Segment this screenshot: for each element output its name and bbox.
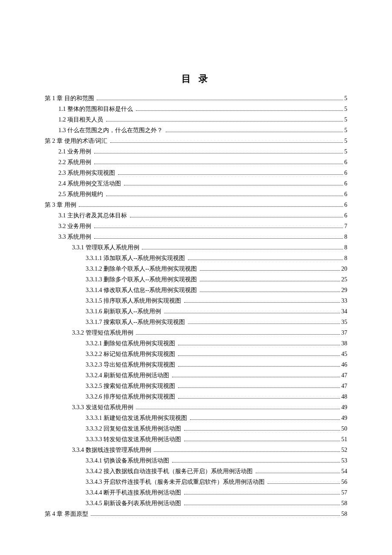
toc-entry-page: 20 xyxy=(341,263,347,274)
toc-entry-label: 3.3.1.3 删除多个联系人--系统用例实现视图 xyxy=(86,274,199,285)
document-page: 目 录 第 1 章 目的和范围 51.1 整体的范围和目标是什么 51.2 项目… xyxy=(0,0,392,545)
toc-leader-dots xyxy=(184,441,340,441)
toc-entry-label: 3.3.3.1 新建短信发送系统用例实现视图 xyxy=(86,413,189,423)
toc-leader-dots xyxy=(178,356,340,356)
toc-entry-page: 5 xyxy=(344,93,347,104)
toc-entry-page: 58 xyxy=(341,498,347,509)
toc-entry[interactable]: 3.3.3 发送短信系统用例 49 xyxy=(45,402,347,413)
toc-entry[interactable]: 3.3.1.2 删除单个联系人--系统用例实现视图 20 xyxy=(45,263,347,274)
toc-entry-label: 第 2 章 使用的术语/词汇 xyxy=(45,136,109,146)
toc-entry-label: 3.3.3 发送短信系统用例 xyxy=(72,402,135,413)
toc-entry[interactable]: 3.3.4.5 刷新设备列表系统用例活动图 58 xyxy=(45,498,347,509)
toc-entry-page: 49 xyxy=(341,402,347,413)
toc-entry[interactable]: 第 2 章 使用的术语/词汇 5 xyxy=(45,136,347,146)
toc-leader-dots xyxy=(130,217,343,217)
toc-leader-dots xyxy=(178,398,340,399)
toc-entry[interactable]: 3.3.2.3 导出短信系统用例实现视图 46 xyxy=(45,359,347,370)
toc-leader-dots xyxy=(184,505,340,505)
toc-entry[interactable]: 2.3 系统用例实现视图 6 xyxy=(45,168,347,178)
toc-entry-page: 50 xyxy=(341,423,347,434)
toc-leader-dots xyxy=(91,515,340,516)
toc-leader-dots xyxy=(190,419,340,420)
toc-entry[interactable]: 1.3 什么在范围之内，什么在范围之外？ 5 xyxy=(45,125,347,136)
toc-entry[interactable]: 3.2 业务用例 7 xyxy=(45,221,347,231)
toc-leader-dots xyxy=(200,281,340,281)
toc-entry-label: 3.3.4 数据线连接管理系统用例 xyxy=(72,445,153,455)
toc-entry[interactable]: 3.3.2.2 标记短信系统用例实现视图 45 xyxy=(45,349,347,359)
toc-entry[interactable]: 1.2 项目相关人员 5 xyxy=(45,114,347,125)
toc-entry[interactable]: 3.3.1.1 添加联系人--系统用例实现视图 8 xyxy=(45,253,347,263)
toc-entry-label: 3.3.1.4 修改联系人信息--系统用例实现视图 xyxy=(86,285,199,295)
toc-entry[interactable]: 3.3.1.6 刷新联系人--系统用例 34 xyxy=(45,306,347,317)
toc-entry[interactable]: 第 3 章 用例 6 xyxy=(45,199,347,210)
toc-leader-dots xyxy=(164,313,340,313)
toc-leader-dots xyxy=(172,462,340,462)
toc-entry-label: 3.3.2.4 刷新短信系统用例活动图 xyxy=(86,370,171,381)
toc-entry[interactable]: 3.3.1.4 修改联系人信息--系统用例实现视图 29 xyxy=(45,285,347,295)
toc-entry[interactable]: 3.3.2.1 删除短信系统用例实现视图 38 xyxy=(45,338,347,349)
toc-leader-dots xyxy=(136,110,343,111)
toc-entry[interactable]: 第 1 章 目的和范围 5 xyxy=(45,93,347,104)
toc-entry[interactable]: 3.1 主执行者及其总体目标 6 xyxy=(45,210,347,221)
toc-entry[interactable]: 3.3.4 数据线连接管理系统用例 52 xyxy=(45,445,347,455)
toc-entry-page: 6 xyxy=(344,168,347,178)
toc-entry[interactable]: 3.3.1.3 删除多个联系人--系统用例实现视图 25 xyxy=(45,274,347,285)
toc-entry[interactable]: 3.3.3.2 回复短信发送系统用例活动图 50 xyxy=(45,423,347,434)
toc-entry-label: 1.3 什么在范围之内，什么在范围之外？ xyxy=(58,125,164,136)
toc-entry-page: 5 xyxy=(344,146,347,157)
toc-entry[interactable]: 3.3.4.3 开启软件连接手机（服务未开启或重启软件）系统用例活动图 56 xyxy=(45,477,347,487)
toc-leader-dots xyxy=(154,451,340,452)
toc-entry-label: 3.3.4.5 刷新设备列表系统用例活动图 xyxy=(86,498,183,509)
toc-entry-label: 第 4 章 界面原型 xyxy=(45,509,89,519)
toc-entry[interactable]: 3.3.2.6 排序短信系统用例实现视图 48 xyxy=(45,391,347,402)
toc-entry-label: 3.3 系统用例 xyxy=(58,231,93,242)
toc-entry-label: 1.1 整体的范围和目标是什么 xyxy=(58,104,135,114)
toc-entry-page: 33 xyxy=(341,295,347,306)
toc-entry[interactable]: 3.3.4.1 切换设备系统用例活动图 53 xyxy=(45,455,347,466)
toc-entry-page: 6 xyxy=(344,157,347,168)
toc-entry-page: 7 xyxy=(344,221,347,231)
toc-entry-label: 第 1 章 目的和范围 xyxy=(45,93,95,104)
toc-entry[interactable]: 3.3.1.7 搜索联系人--系统用例实现视图 35 xyxy=(45,317,347,327)
toc-entry-page: 49 xyxy=(341,413,347,423)
toc-entry-page: 51 xyxy=(341,434,347,445)
toc-entry-page: 8 xyxy=(344,253,347,263)
toc-entry[interactable]: 3.3.2 管理短信系统用例 37 xyxy=(45,327,347,338)
toc-entry-label: 3.3.1.5 排序联系人系统用例实现视图 xyxy=(86,295,183,306)
toc-leader-dots xyxy=(142,249,343,249)
toc-entry-page: 38 xyxy=(341,338,347,349)
toc-entry[interactable]: 3.3.1.5 排序联系人系统用例实现视图 33 xyxy=(45,295,347,306)
toc-leader-dots xyxy=(106,121,343,121)
toc-entry-label: 2.4 系统用例交互活动图 xyxy=(58,178,123,189)
toc-leader-dots xyxy=(200,292,340,292)
toc-entry[interactable]: 3.3.1 管理联系人系统用例 8 xyxy=(45,242,347,253)
toc-entry[interactable]: 3.3 系统用例 8 xyxy=(45,231,347,242)
toc-entry-page: 57 xyxy=(341,487,347,498)
toc-entry[interactable]: 第 4 章 界面原型 58 xyxy=(45,509,347,519)
toc-entry[interactable]: 3.3.3.3 转发短信发送系统用例活动图 51 xyxy=(45,434,347,445)
toc-entry[interactable]: 3.3.3.1 新建短信发送系统用例实现视图 49 xyxy=(45,413,347,423)
toc-leader-dots xyxy=(188,324,340,324)
toc-entry-page: 25 xyxy=(341,274,347,285)
toc-entry[interactable]: 2.1 业务用例 5 xyxy=(45,146,347,157)
toc-leader-dots xyxy=(188,260,343,260)
toc-entry[interactable]: 1.1 整体的范围和目标是什么 5 xyxy=(45,104,347,114)
toc-entry-label: 3.3.2.3 导出短信系统用例实现视图 xyxy=(86,359,177,370)
toc-entry[interactable]: 3.3.2.4 刷新短信系统用例活动图 47 xyxy=(45,370,347,381)
toc-leader-dots xyxy=(184,430,340,431)
toc-entry-label: 2.2 系统用例 xyxy=(58,157,93,168)
toc-leader-dots xyxy=(178,387,340,388)
toc-entry-page: 5 xyxy=(344,104,347,114)
toc-entry[interactable]: 2.4 系统用例交互活动图 6 xyxy=(45,178,347,189)
toc-entry-page: 8 xyxy=(344,231,347,242)
toc-entry[interactable]: 3.3.4.4 断开手机连接系统用例活动图 57 xyxy=(45,487,347,498)
toc-entry-label: 3.3.1.6 刷新联系人--系统用例 xyxy=(86,306,163,317)
toc-entry[interactable]: 2.2 系统用例 6 xyxy=(45,157,347,168)
toc-entry-label: 3.3.2.5 搜索短信系统用例实现视图 xyxy=(86,381,177,391)
toc-leader-dots xyxy=(178,366,340,367)
toc-leader-dots xyxy=(94,164,343,164)
toc-entry[interactable]: 2.5 系统用例规约 6 xyxy=(45,189,347,199)
toc-entry-page: 6 xyxy=(344,178,347,189)
toc-entry[interactable]: 3.3.4.2 接入数据线自动连接手机（服务已开启）系统用例活动图 54 xyxy=(45,466,347,477)
toc-entry[interactable]: 3.3.2.5 搜索短信系统用例实现视图 47 xyxy=(45,381,347,391)
